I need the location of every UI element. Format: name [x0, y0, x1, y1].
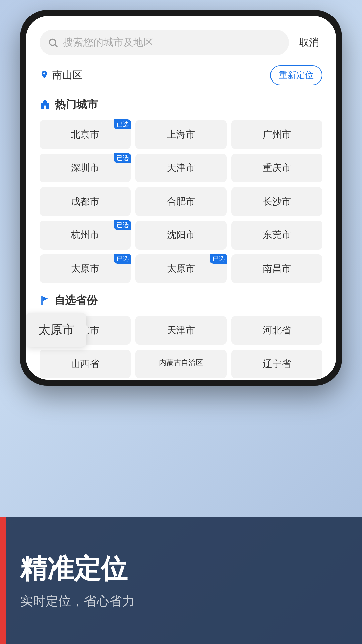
search-row: 搜索您的城市及地区 取消: [36, 30, 326, 55]
banner-accent: [0, 517, 6, 644]
relocate-button[interactable]: 重新定位: [270, 65, 322, 85]
city-btn-beijing[interactable]: 北京市: [40, 120, 131, 149]
hot-cities-title: 热门城市: [55, 97, 98, 112]
search-placeholder[interactable]: 搜索您的城市及地区: [63, 36, 281, 49]
cancel-button[interactable]: 取消: [296, 32, 322, 53]
tooltip-text: 太原市: [38, 323, 74, 336]
tooltip-popup: 太原市: [26, 313, 86, 347]
bottom-banner: 精准定位 实时定位，省心省力: [0, 517, 362, 644]
province-btn-liaoning[interactable]: 辽宁省: [231, 350, 322, 378]
province-header: 自选省份: [36, 293, 326, 308]
city-btn-shanghai[interactable]: 上海市: [135, 120, 227, 149]
banner-title: 精准定位: [20, 551, 342, 587]
location-pin-icon: [40, 70, 49, 81]
province-btn-neimenggu[interactable]: 内蒙古自治区: [135, 350, 227, 378]
city-btn-changsha[interactable]: 长沙市: [231, 187, 322, 216]
phone-frame: 搜索您的城市及地区 取消 南山区 重新定位: [20, 10, 342, 386]
hot-cities-header: 热门城市: [36, 97, 326, 112]
city-btn-chengdu[interactable]: 成都市: [40, 187, 131, 216]
province-btn-tianjin[interactable]: 天津市: [135, 316, 227, 345]
svg-point-2: [43, 72, 45, 74]
city-btn-guangzhou[interactable]: 广州市: [231, 120, 322, 149]
current-location: 南山区: [52, 68, 82, 82]
search-box[interactable]: 搜索您的城市及地区: [40, 30, 289, 55]
svg-point-0: [49, 39, 56, 45]
location-row: 南山区 重新定位: [36, 65, 326, 85]
banner-subtitle: 实时定位，省心省力: [20, 593, 342, 610]
city-btn-chongqing[interactable]: 重庆市: [231, 154, 322, 182]
city-btn-dongguan[interactable]: 东莞市: [231, 221, 322, 250]
building-icon: [40, 99, 50, 110]
city-btn-shenzhen[interactable]: 深圳市: [40, 154, 131, 182]
phone-screen: 搜索您的城市及地区 取消 南山区 重新定位: [26, 16, 336, 380]
province-title: 自选省份: [54, 293, 97, 308]
screen-content: 搜索您的城市及地区 取消 南山区 重新定位: [26, 16, 336, 380]
city-btn-shenyang[interactable]: 沈阳市: [135, 221, 227, 250]
city-btn-taiyuan2[interactable]: 太原市: [135, 254, 227, 283]
location-left: 南山区: [40, 68, 82, 82]
svg-line-1: [55, 45, 57, 47]
flag-icon: [40, 295, 50, 306]
city-btn-nanchang[interactable]: 南昌市: [231, 254, 322, 283]
city-btn-hangzhou[interactable]: 杭州市: [40, 221, 131, 250]
province-btn-hebei[interactable]: 河北省: [231, 316, 322, 345]
city-btn-taiyuan1[interactable]: 太原市: [40, 254, 131, 283]
svg-rect-7: [41, 296, 43, 305]
province-btn-shanxi[interactable]: 山西省: [40, 350, 131, 378]
svg-rect-6: [44, 106, 46, 109]
hot-cities-grid: 北京市 上海市 广州市 深圳市 天津市 重庆市 成都市 合肥市 长沙市 杭州市 …: [36, 120, 326, 283]
search-icon: [48, 37, 58, 48]
city-btn-hefei[interactable]: 合肥市: [135, 187, 227, 216]
city-btn-tianjin[interactable]: 天津市: [135, 154, 227, 182]
